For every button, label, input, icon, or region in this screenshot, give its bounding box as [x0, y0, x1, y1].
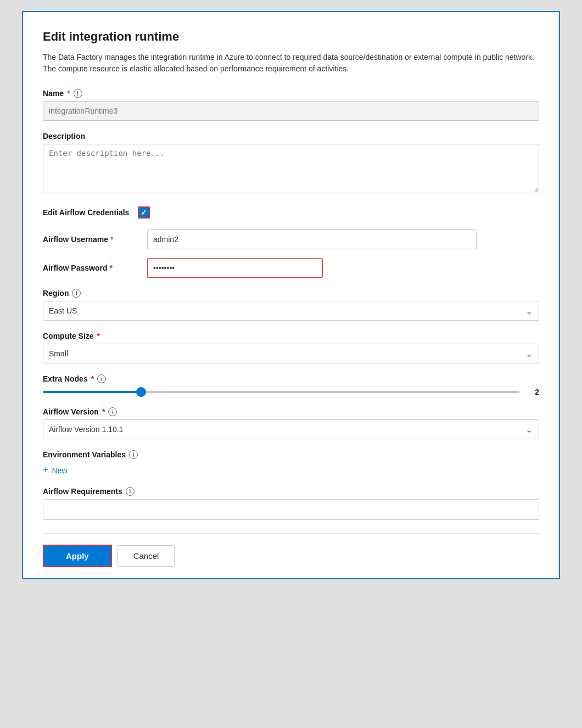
region-info-icon[interactable]: i	[72, 289, 81, 298]
airflow-requirements-info-icon[interactable]: i	[126, 487, 135, 496]
airflow-username-input-wrapper	[147, 229, 477, 249]
name-info-icon[interactable]: i	[74, 89, 82, 98]
environment-variables-field-group: Environment Variables i + New	[43, 450, 539, 476]
airflow-version-field-group: Airflow Version * i Airflow Version 1.10…	[43, 407, 539, 439]
description-input[interactable]	[43, 144, 539, 193]
extra-nodes-field-group: Extra Nodes * i 2	[43, 374, 539, 396]
airflow-username-row: Airflow Username *	[43, 229, 539, 249]
extra-nodes-slider[interactable]	[43, 391, 519, 393]
plus-icon: +	[43, 464, 49, 476]
panel-title: Edit integration runtime	[43, 30, 539, 44]
panel-footer: Apply Cancel	[43, 533, 539, 578]
panel-description: The Data Factory manages the integration…	[43, 52, 539, 75]
checkbox-check-icon: ✓	[141, 209, 147, 216]
airflow-username-label: Airflow Username *	[43, 235, 147, 244]
airflow-password-label: Airflow Password *	[43, 264, 147, 272]
airflow-requirements-wrapper	[43, 499, 539, 520]
airflow-requirements-field-group: Airflow Requirements i	[43, 487, 539, 520]
name-label: Name * i	[43, 89, 539, 98]
airflow-password-required: *	[109, 264, 112, 272]
environment-variables-info-icon[interactable]: i	[129, 450, 138, 459]
region-select[interactable]: East US West US North Europe West Europe	[43, 301, 539, 321]
airflow-version-info-icon[interactable]: i	[108, 407, 117, 416]
description-label: Description	[43, 132, 539, 141]
name-required: *	[67, 89, 70, 98]
airflow-password-row: Airflow Password *	[43, 258, 539, 278]
airflow-password-input[interactable]	[147, 258, 323, 278]
extra-nodes-info-icon[interactable]: i	[97, 374, 106, 383]
extra-nodes-value: 2	[528, 388, 539, 396]
region-label: Region i	[43, 289, 539, 298]
airflow-version-select-wrapper: Airflow Version 1.10.1 Airflow Version 2…	[43, 419, 539, 439]
airflow-version-select[interactable]: Airflow Version 1.10.1 Airflow Version 2…	[43, 419, 539, 439]
compute-size-field-group: Compute Size * Small Medium Large	[43, 332, 539, 363]
extra-nodes-label: Extra Nodes * i	[43, 374, 539, 383]
compute-size-required: *	[97, 332, 100, 340]
airflow-requirements-inner	[43, 500, 539, 519]
description-field-group: Description	[43, 132, 539, 195]
edit-integration-runtime-panel: Edit integration runtime The Data Factor…	[22, 11, 560, 579]
edit-airflow-credentials-label: Edit Airflow Credentials	[43, 208, 129, 217]
compute-size-select-wrapper: Small Medium Large	[43, 344, 539, 363]
name-input[interactable]	[43, 101, 539, 121]
cancel-button[interactable]: Cancel	[117, 545, 175, 567]
extra-nodes-required: *	[91, 374, 94, 383]
compute-size-select[interactable]: Small Medium Large	[43, 344, 539, 363]
airflow-requirements-label: Airflow Requirements i	[43, 487, 539, 496]
edit-airflow-credentials-row: Edit Airflow Credentials ✓	[43, 206, 539, 219]
airflow-username-required: *	[110, 235, 113, 244]
compute-size-label: Compute Size *	[43, 332, 539, 340]
extra-nodes-slider-row: 2	[43, 388, 539, 396]
region-select-wrapper: East US West US North Europe West Europe	[43, 301, 539, 321]
airflow-version-required: *	[102, 407, 105, 416]
airflow-version-label: Airflow Version * i	[43, 407, 539, 416]
airflow-username-input[interactable]	[147, 229, 477, 249]
edit-airflow-credentials-checkbox[interactable]: ✓	[138, 206, 150, 219]
apply-button[interactable]: Apply	[43, 545, 112, 567]
new-button-label: New	[52, 466, 68, 475]
region-field-group: Region i East US West US North Europe We…	[43, 289, 539, 321]
name-field-group: Name * i	[43, 89, 539, 121]
airflow-password-input-wrapper	[147, 258, 477, 278]
environment-variables-label: Environment Variables i	[43, 450, 539, 459]
new-environment-variable-button[interactable]: + New	[43, 464, 68, 476]
